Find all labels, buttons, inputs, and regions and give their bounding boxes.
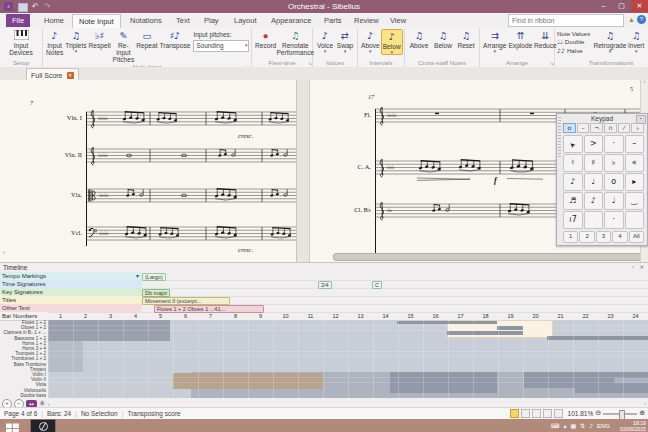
- reinput-pitches-button[interactable]: ✎ Re-input Pitches: [112, 29, 136, 63]
- keypad-quarter-note-button[interactable]: ♩: [584, 173, 604, 191]
- keypad-eighth-note2-button[interactable]: ♪: [584, 192, 604, 210]
- tab-text[interactable]: Text: [170, 14, 196, 27]
- explode-button[interactable]: ⇈ Explode: [507, 29, 533, 49]
- input-notes-button[interactable]: ♪ Input Notes: [45, 29, 64, 56]
- row-label-other-text[interactable]: Other Text: [0, 304, 142, 312]
- keypad-tenuto-button[interactable]: –: [625, 135, 645, 153]
- scroll-up-icon[interactable]: ⌃: [642, 80, 646, 86]
- keypad-sharp-button[interactable]: ♯: [584, 154, 604, 172]
- voice-button[interactable]: ♪ Voice ▾: [315, 29, 335, 53]
- view-mode-button[interactable]: [521, 409, 530, 418]
- record-button[interactable]: ● Record: [254, 29, 277, 49]
- keypad-quarter-note2-button[interactable]: ♩: [604, 192, 624, 210]
- scroll-left-icon[interactable]: ‹: [3, 249, 5, 255]
- view-mode-button[interactable]: [543, 409, 552, 418]
- input-pitches-select[interactable]: Sounding ▾: [193, 40, 249, 52]
- keypad-blank2-button[interactable]: [625, 211, 645, 229]
- zoom-slider[interactable]: [603, 413, 637, 415]
- tab-appearance[interactable]: Appearance: [265, 14, 317, 27]
- dialog-launcher-icon[interactable]: ↘: [550, 59, 554, 67]
- touch-keyboard-icon[interactable]: ⌨: [551, 422, 560, 429]
- halve-note-values-button[interactable]: ♪♪Halve: [557, 47, 594, 55]
- zoom-out-icon[interactable]: ⊖: [595, 408, 601, 419]
- close-tab-icon[interactable]: ✕: [67, 72, 74, 79]
- triplets-button[interactable]: ♫ Triplets ▾: [64, 29, 87, 53]
- tab-file[interactable]: File: [6, 14, 30, 27]
- dialog-launcher-icon[interactable]: ↘: [308, 59, 312, 67]
- arrange-button[interactable]: ⇉ Arrange ▾: [482, 29, 507, 53]
- taskbar-clock[interactable]: 18:19 02/06/2015: [620, 419, 646, 432]
- keypad-tab-articulations[interactable]: ∩: [604, 123, 617, 133]
- keypad-natural-button[interactable]: ♮: [563, 154, 583, 172]
- view-mode-button[interactable]: [532, 409, 541, 418]
- keypad-staccato-button[interactable]: ·: [604, 135, 624, 153]
- double-note-values-button[interactable]: ♩♩Double: [557, 38, 594, 46]
- tab-view[interactable]: View: [384, 14, 412, 27]
- show-hidden-icons-icon[interactable]: ▴: [563, 422, 566, 429]
- renotate-performance-button[interactable]: ♫ Renotate Performance: [277, 29, 313, 56]
- tab-parts[interactable]: Parts: [318, 14, 348, 27]
- zoom-in-icon[interactable]: ⊕: [639, 408, 645, 419]
- keypad-pointer-button[interactable]: ➤: [563, 135, 583, 153]
- tab-review[interactable]: Review: [348, 14, 385, 27]
- row-label-time-signatures[interactable]: Time Signatures: [0, 280, 142, 288]
- keypad-tab-beams[interactable]: ¬: [590, 123, 603, 133]
- respell-button[interactable]: ♭♯ Respell: [88, 29, 112, 49]
- network-icon[interactable]: ⇅: [580, 422, 585, 429]
- timeline-grid[interactable]: [48, 320, 648, 398]
- row-label-key-signatures[interactable]: Key Signatures: [0, 288, 142, 296]
- input-devices-button[interactable]: Input Devices: [2, 29, 40, 56]
- keypad-tab-more-notes[interactable]: –: [577, 123, 590, 133]
- zoom-slider-thumb[interactable]: [619, 410, 625, 420]
- keypad-grip[interactable]: [558, 117, 561, 157]
- keypad-eighth-note-button[interactable]: ♪: [563, 173, 583, 191]
- retrograde-button[interactable]: ♫ Retrograde ▾: [594, 29, 626, 53]
- tab-home[interactable]: Home: [38, 14, 70, 27]
- voice-3-button[interactable]: 3: [596, 231, 611, 243]
- row-label-titles[interactable]: Titles: [0, 296, 142, 304]
- swap-button[interactable]: ⇄ Swap ▾: [335, 29, 355, 53]
- keypad-blank-button[interactable]: [584, 211, 604, 229]
- cross-staff-reset-button[interactable]: ♫ Reset: [455, 29, 477, 49]
- voice-4-button[interactable]: 4: [612, 231, 627, 243]
- keypad-rest-button[interactable]: ≀7: [563, 211, 583, 229]
- minimize-button[interactable]: –: [595, 0, 612, 12]
- volume-icon[interactable]: ♪: [589, 422, 593, 429]
- keypad-tab-common-notes[interactable]: o: [563, 123, 576, 133]
- horizontal-scrollbar-thumb[interactable]: [333, 253, 644, 261]
- voice-all-button[interactable]: All: [629, 231, 644, 243]
- timeline-scroll-left-icon[interactable]: ‹: [48, 401, 50, 407]
- maximize-button[interactable]: ▢: [613, 0, 630, 12]
- timeline-scroll-right-icon[interactable]: ›: [644, 400, 646, 406]
- keypad-tab-accidentals[interactable]: ♭: [631, 123, 644, 133]
- taskbar-sibelius-icon[interactable]: [30, 419, 56, 432]
- view-mode-button[interactable]: [554, 409, 563, 418]
- tab-notations[interactable]: Notations: [124, 14, 168, 27]
- tab-play[interactable]: Play: [198, 14, 225, 27]
- keypad-grace-button[interactable]: «: [625, 154, 645, 172]
- keypad-whole-note-button[interactable]: o: [604, 173, 624, 191]
- keypad-cursor-button[interactable]: ▸: [625, 173, 645, 191]
- row-label-tempo[interactable]: Tempo Markings ▾: [0, 272, 142, 280]
- instrument-row[interactable]: Double bass: [0, 393, 46, 398]
- voice-1-button[interactable]: 1: [563, 231, 578, 243]
- interval-above-button[interactable]: ♪ Above ▾: [360, 29, 381, 53]
- transpose-button[interactable]: ♯♪ Transpose: [159, 29, 192, 49]
- tab-note-input[interactable]: Note Input: [72, 14, 121, 28]
- action-center-icon[interactable]: ▦: [570, 422, 576, 429]
- timeline-pin-icon[interactable]: ▫: [632, 264, 634, 270]
- keypad-flat-button[interactable]: ♭: [604, 154, 624, 172]
- status-transposing[interactable]: Transposing score: [127, 408, 180, 419]
- start-button[interactable]: [6, 420, 19, 431]
- help-icon[interactable]: ?: [637, 15, 646, 24]
- language-indicator[interactable]: ENG: [597, 423, 610, 429]
- view-mode-button[interactable]: [510, 409, 519, 418]
- timeline-close-icon[interactable]: ✕: [639, 264, 644, 270]
- keypad-accent-button[interactable]: >: [584, 135, 604, 153]
- reduce-button[interactable]: ⇊ Reduce: [533, 29, 557, 49]
- keypad-close-icon[interactable]: ▪: [636, 115, 646, 124]
- keypad-tie-button[interactable]: ‿: [625, 192, 645, 210]
- close-button[interactable]: ✕: [631, 0, 648, 12]
- keypad-dot-button[interactable]: ·: [604, 211, 624, 229]
- repeat-button[interactable]: ▭ Repeat: [135, 29, 158, 49]
